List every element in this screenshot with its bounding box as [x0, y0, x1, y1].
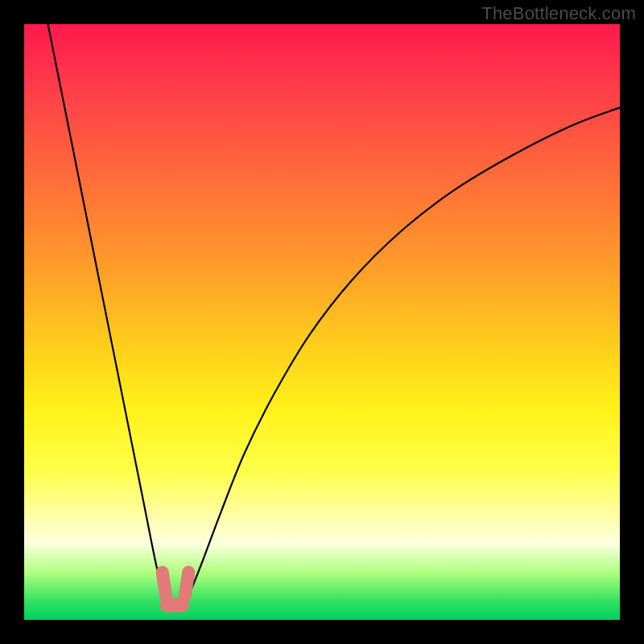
curve-svg — [24, 24, 620, 620]
chart-frame: TheBottleneck.com — [0, 0, 644, 644]
watermark-text: TheBottleneck.com — [481, 3, 636, 24]
plot-area — [24, 24, 620, 620]
min-marker — [163, 572, 189, 605]
bottleneck-curve-path — [48, 24, 620, 609]
